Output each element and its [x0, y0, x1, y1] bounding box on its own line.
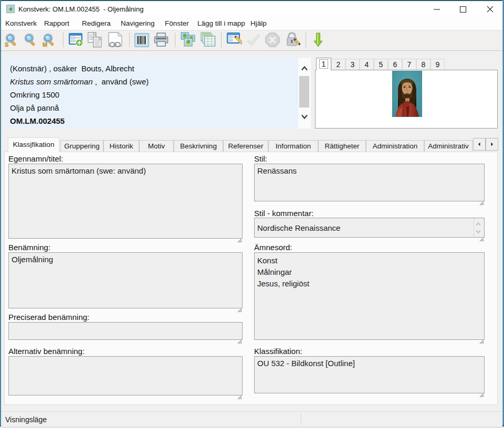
svg-text:S: S	[5, 41, 8, 47]
